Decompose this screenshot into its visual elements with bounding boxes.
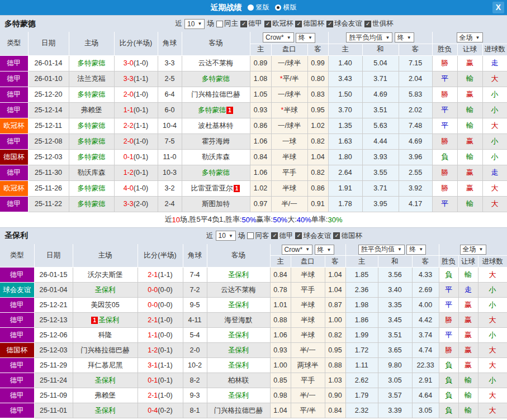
avg-odds-select[interactable]: 胜平负均值▼: [358, 245, 405, 255]
checkbox-checked-icon[interactable]: [295, 232, 302, 239]
match-date: 26-01-04: [34, 283, 73, 298]
filter-checkbox[interactable]: 球会友谊: [295, 231, 331, 241]
score-cell: 3-3(2-0): [114, 196, 158, 212]
home-team: 多特蒙德: [78, 59, 106, 67]
result-goals: 大: [482, 118, 507, 133]
odds-company-select[interactable]: Crow*▼: [263, 32, 294, 42]
home-team: 圣保利: [94, 376, 116, 384]
filter-checkbox[interactable]: 欧冠杯: [264, 19, 293, 28]
avg-home-odds: 1.72: [345, 343, 378, 358]
red-badge: 1: [91, 317, 98, 324]
avg-home-odds: 1.99: [345, 328, 378, 343]
full-time-score: 1-2: [124, 169, 134, 176]
filter-checkbox[interactable]: 德国杯: [295, 19, 324, 28]
checkbox-checked-icon[interactable]: [240, 21, 247, 27]
odds-company-select[interactable]: Crow*▼: [282, 245, 313, 255]
radio-horizontal-label: 横版: [283, 3, 297, 12]
odds-final-select[interactable]: 终▼: [315, 245, 334, 255]
filter-checkbox[interactable]: 同主: [216, 19, 238, 28]
handicap-line-label: 半球: [301, 316, 315, 324]
filter-checkbox[interactable]: 世俱杯: [364, 19, 394, 28]
scope-select[interactable]: 全场▼: [457, 32, 483, 42]
handicap-line: 一/球半: [271, 118, 307, 133]
games-label: 场: [238, 231, 245, 241]
avg-odds-select[interactable]: 胜平负均值▼: [346, 32, 392, 42]
away-team-cell: 圣保利: [207, 298, 270, 313]
full-time-score: 0-0: [148, 301, 158, 309]
handicap-away-odds: 0.82: [307, 133, 328, 149]
home-team: 多特蒙德: [78, 90, 106, 98]
filter-checkbox-label: 同客: [255, 231, 269, 241]
radio-horizontal-layout[interactable]: 横版: [275, 3, 297, 12]
away-team-cell: 圣保利: [207, 358, 270, 373]
home-team: 科隆: [98, 331, 112, 339]
result-goals: 小: [482, 133, 507, 149]
result-handicap: 輸: [457, 102, 482, 118]
result-wdl: 勝: [439, 313, 458, 328]
home-team-label: 勒沃库森: [78, 169, 106, 176]
near-label: 近: [206, 231, 214, 241]
dropdown-arrow-icon: ▼: [308, 35, 312, 40]
away-team-label: 勒沃库森: [202, 153, 230, 161]
handicap-line: 两球半: [291, 358, 325, 373]
checkbox-unchecked-icon[interactable]: [247, 232, 254, 239]
half-time-score: (2-0): [134, 200, 148, 208]
close-button[interactable]: X: [492, 2, 504, 13]
radio-vertical-layout[interactable]: 竖版: [248, 3, 269, 12]
avg-draw-odds: 3.45: [378, 313, 412, 328]
radio-selected-icon[interactable]: [275, 4, 281, 11]
full-time-score: 2-0: [124, 90, 134, 98]
checkbox-checked-icon[interactable]: [295, 21, 302, 27]
away-team-cell: 多特蒙德: [182, 71, 250, 87]
filter-checkbox-label: 球会友谊: [334, 19, 362, 28]
table-header-row-top: 类型日期主场比分(半场)角球客场Crow*▼ 终▼胜平负均值▼ 终▼全场▼: [0, 32, 507, 44]
games-count-select-value: 10: [219, 232, 226, 240]
corner-count: 9-5: [183, 298, 207, 313]
home-team-label: 多特蒙德: [78, 137, 106, 145]
avg-final-select[interactable]: 终▼: [406, 245, 426, 255]
home-team-label: 圣保利: [94, 376, 116, 384]
match-date: 25-12-03: [34, 343, 73, 358]
checkbox-checked-icon[interactable]: [264, 21, 271, 27]
result-handicap: 赢: [458, 298, 478, 313]
checkbox-unchecked-icon[interactable]: [216, 21, 223, 27]
table-header-row-top: 类型日期主场比分(半场)角球客场Crow*▼ 终▼胜平负均值▼ 终▼全场▼: [0, 244, 507, 256]
scope-select[interactable]: 全场▼: [460, 245, 486, 255]
filter-checkbox[interactable]: 同客: [247, 231, 269, 241]
checkbox-checked-icon[interactable]: [271, 232, 278, 239]
checkbox-checked-icon[interactable]: [326, 21, 333, 27]
result-goals: 小: [482, 102, 507, 118]
checkbox-checked-icon[interactable]: [333, 232, 340, 239]
games-count-select[interactable]: 10▼: [184, 19, 205, 29]
competition-badge: 德国杯: [0, 343, 34, 358]
filter-checkbox-label: 世俱杯: [372, 19, 394, 28]
handicap-home-odds: 1.06: [250, 133, 271, 149]
result-handicap: 赢: [457, 165, 482, 180]
match-date: 25-11-22: [28, 196, 69, 212]
half-time-score: (0-1): [134, 169, 148, 176]
handicap-home-odds: 0.93: [270, 343, 291, 358]
match-date: 25-12-20: [28, 87, 69, 102]
filter-checkbox[interactable]: 德甲: [240, 19, 262, 28]
radio-icon[interactable]: [248, 4, 254, 11]
odds-final-select[interactable]: 终▼: [296, 33, 315, 43]
dropdown-arrow-icon: ▼: [385, 35, 390, 40]
handicap-home-odds: 0.89: [250, 55, 271, 71]
home-team: 弗赖堡: [94, 392, 116, 399]
result-handicap: 赢: [457, 87, 482, 102]
avg-final-select[interactable]: 终▼: [395, 32, 414, 42]
handicap-home-odds: 1.06: [270, 328, 291, 343]
handicap-away-odds: 0.88: [325, 358, 345, 373]
checkbox-checked-icon[interactable]: [364, 21, 371, 27]
filter-checkbox[interactable]: 德国杯: [333, 231, 362, 241]
away-team-label: 圣保利: [228, 361, 249, 369]
filter-checkbox[interactable]: 德甲: [271, 231, 293, 241]
score-cell: 1-1(0-0): [138, 328, 183, 343]
filter-checkbox[interactable]: 球会友谊: [326, 19, 362, 28]
half-time-score: (1-0): [134, 137, 148, 145]
games-count-select[interactable]: 10▼: [216, 231, 236, 241]
sub-column-header: 客: [325, 256, 345, 268]
avg-home-odds: 1.98: [345, 298, 378, 313]
handicap-away-odds: 0.95: [307, 102, 328, 118]
home-team-cell: 多特蒙德: [69, 133, 114, 149]
